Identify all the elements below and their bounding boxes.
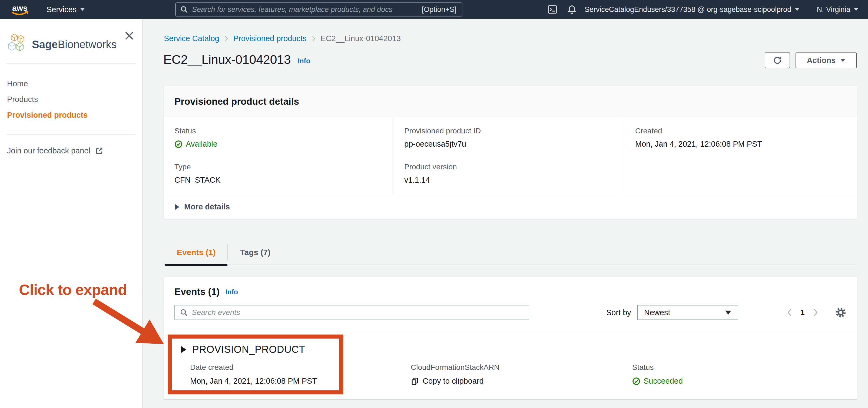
refresh-icon [773,55,782,65]
more-details-toggle[interactable]: More details [164,195,857,218]
details-column-3: Created Mon, Jan 4, 2021, 12:06:08 PM PS… [624,117,857,195]
title-info-link[interactable]: Info [298,57,310,65]
events-header: Events (1) Info [164,277,857,297]
details-card-header: Provisioned product details [164,86,857,117]
event-status-value: Succeeded [644,377,683,385]
event-date-field: Date created Mon, Jan 4, 2021, 12:06:08 … [190,363,317,385]
breadcrumb-chevron-icon [312,36,315,42]
previous-page-icon[interactable] [786,309,793,317]
chevron-down-icon [795,8,799,11]
actions-label: Actions [807,56,836,65]
services-label: Services [46,5,76,14]
refresh-button[interactable] [765,53,790,68]
check-circle-icon [632,377,640,385]
svg-text:aws: aws [12,3,28,12]
page-number[interactable]: 1 [800,308,805,317]
external-link-icon [95,147,103,155]
events-search [175,305,529,320]
event-status-label: Status [632,363,683,372]
search-icon [180,5,188,13]
check-circle-icon [175,140,183,148]
brand-text: SageBionetworks [32,38,117,51]
details-column-1: Status Available Type CFN_STACK [164,117,393,195]
product-id-value: pp-oeceusa5jtv7u [404,140,624,149]
chevron-down-icon [725,311,731,315]
events-controls: Sort by Newest 1 [164,305,857,320]
expand-triangle-icon [181,346,186,353]
status-value: Available [186,140,217,149]
copy-icon [411,377,419,385]
chevron-down-icon [854,8,858,11]
product-version-label: Product version [404,163,624,171]
event-row-toggle[interactable]: PROVISION_PRODUCT [181,344,305,355]
status-label: Status [175,127,393,135]
sidebar: SageBionetworks Home Products Provisione… [0,19,143,408]
event-arn-field: CloudFormationStackARN Copy to clipboard [411,363,499,385]
sage-cubes-icon [5,32,29,57]
copy-label: Copy to clipboard [423,377,484,385]
created-label: Created [635,127,857,135]
type-value: CFN_STACK [175,176,393,184]
region-menu[interactable]: N. Virginia [817,5,850,14]
breadcrumb: Service Catalog Provisioned products EC2… [164,34,401,43]
tab-events[interactable]: Events (1) [165,240,227,265]
events-card: Events (1) Info Sort by Newest 1 PROVISI… [164,277,857,400]
event-name: PROVISION_PRODUCT [192,344,305,355]
sidebar-item-provisioned-products[interactable]: Provisioned products [0,107,142,123]
brand-primary: Sage [32,38,58,50]
sidebar-item-home[interactable]: Home [0,76,142,91]
sort-by-label: Sort by [606,308,631,317]
expand-triangle-icon [175,204,179,210]
chevron-down-icon [840,59,845,62]
sidebar-nav: Home Products Provisioned products [0,76,142,123]
search-icon [180,309,188,317]
copy-to-clipboard-button[interactable]: Copy to clipboard [411,377,499,385]
date-created-value: Mon, Jan 4, 2021, 12:06:08 PM PST [190,377,317,385]
more-details-label: More details [184,202,230,211]
breadcrumb-provisioned-products[interactable]: Provisioned products [234,34,307,43]
details-header-title: Provisioned product details [175,96,299,107]
global-search-input[interactable] [192,5,418,14]
page-title: EC2__Linux-01042013 [163,52,291,67]
tab-bar: Events (1) Tags (7) [164,240,857,265]
search-shortcut-hint: [Option+S] [422,5,457,14]
details-body: Status Available Type CFN_STACK Provisio… [164,117,857,195]
events-header-title: Events (1) [175,286,220,297]
sage-bionetworks-logo: SageBionetworks [5,32,117,57]
breadcrumb-service-catalog[interactable]: Service Catalog [164,34,219,43]
product-id-label: Provisioned product ID [404,127,624,135]
details-column-2: Provisioned product ID pp-oeceusa5jtv7u … [393,117,624,195]
breadcrumb-chevron-icon [225,36,228,42]
chevron-down-icon [80,8,85,11]
close-sidebar-icon[interactable] [124,31,134,42]
product-version-value: v1.1.14 [404,176,624,184]
global-search: [Option+S] [175,2,462,17]
date-created-label: Date created [190,363,317,372]
next-page-icon[interactable] [812,309,819,317]
tab-tags[interactable]: Tags (7) [228,240,282,265]
sidebar-item-products[interactable]: Products [0,91,142,107]
services-menu[interactable]: Services [46,0,85,19]
breadcrumb-current: EC2__Linux-01042013 [321,34,401,43]
events-search-input[interactable] [192,308,524,317]
events-info-link[interactable]: Info [225,288,238,296]
provisioned-product-details-card: Provisioned product details Status Avail… [164,86,857,219]
notifications-bell-icon[interactable] [566,4,578,15]
divider [6,134,136,135]
topbar-right: ServiceCatalogEndusers/3377358 @ org-sag… [547,0,868,19]
cloudshell-icon[interactable] [547,4,558,15]
sort-value: Newest [644,308,670,317]
cloudformation-arn-label: CloudFormationStackARN [411,363,499,372]
page-title-row: EC2__Linux-01042013 Info [163,52,310,67]
aws-logo[interactable]: aws [10,3,30,17]
account-menu[interactable]: ServiceCatalogEndusers/3377358 @ org-sag… [585,5,791,14]
brand-secondary: Bionetworks [58,38,117,50]
feedback-panel-link[interactable]: Join our feedback panel [0,143,142,158]
created-value: Mon, Jan 4, 2021, 12:06:08 PM PST [635,140,857,149]
sort-dropdown[interactable]: Newest [637,305,738,320]
actions-button[interactable]: Actions [796,53,857,68]
settings-gear-icon[interactable] [835,307,846,318]
type-label: Type [175,163,393,171]
event-status-field: Status Succeeded [632,363,683,385]
pagination: 1 [786,307,846,318]
